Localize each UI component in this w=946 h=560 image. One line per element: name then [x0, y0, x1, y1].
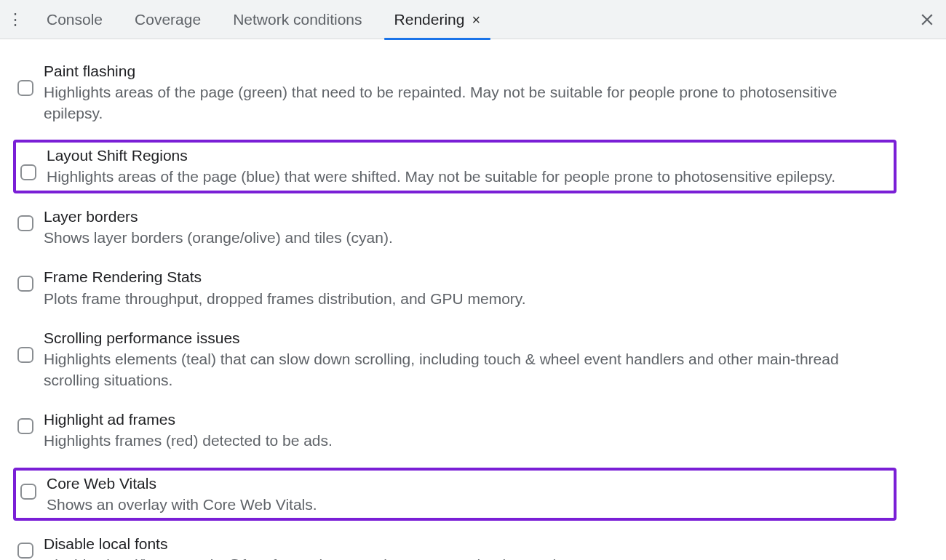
- option-body: Paint flashing Highlights areas of the p…: [44, 61, 881, 124]
- option-body: Disable local fonts Disables local() sou…: [44, 534, 567, 560]
- tab-rendering[interactable]: Rendering ×: [378, 0, 497, 39]
- tab-network-conditions-label: Network conditions: [233, 11, 362, 28]
- option-description: Highlights areas of the page (green) tha…: [44, 82, 881, 124]
- option-description: Disables local() sources in @font-face r…: [44, 555, 567, 560]
- checkbox-disable-local-fonts[interactable]: [17, 543, 33, 559]
- option-core-web-vitals: Core Web Vitals Shows an overlay with Co…: [13, 468, 897, 521]
- close-icon: [921, 13, 934, 26]
- option-scrolling-performance-issues: Scrolling performance issues Highlights …: [13, 325, 933, 393]
- tab-coverage[interactable]: Coverage: [119, 0, 217, 39]
- checkbox-core-web-vitals[interactable]: [20, 484, 36, 500]
- drawer-tabbar: ⋮ Console Coverage Network conditions Re…: [0, 0, 946, 39]
- option-disable-local-fonts: Disable local fonts Disables local() sou…: [13, 531, 933, 560]
- checkbox-layout-shift-regions[interactable]: [20, 164, 36, 180]
- tab-network-conditions[interactable]: Network conditions: [217, 0, 378, 39]
- option-body: Frame Rendering Stats Plots frame throug…: [44, 267, 526, 309]
- option-frame-rendering-stats: Frame Rendering Stats Plots frame throug…: [13, 264, 933, 312]
- option-body: Scrolling performance issues Highlights …: [44, 328, 881, 391]
- checkbox-highlight-ad-frames[interactable]: [17, 418, 33, 434]
- tab-rendering-close-icon[interactable]: ×: [472, 12, 480, 27]
- option-description: Shows an overlay with Core Web Vitals.: [47, 495, 317, 515]
- tab-coverage-label: Coverage: [135, 11, 201, 28]
- drawer-close-button[interactable]: [913, 5, 942, 34]
- option-description: Highlights frames (red) detected to be a…: [44, 431, 333, 451]
- option-title: Core Web Vitals: [47, 473, 317, 493]
- checkbox-scrolling-performance-issues[interactable]: [17, 347, 33, 363]
- option-description: Highlights areas of the page (blue) that…: [47, 167, 835, 187]
- rendering-panel: Paint flashing Highlights areas of the p…: [0, 39, 946, 560]
- checkbox-paint-flashing[interactable]: [17, 80, 33, 96]
- tab-console-label: Console: [47, 11, 103, 28]
- tab-console[interactable]: Console: [31, 0, 119, 39]
- option-layer-borders: Layer borders Shows layer borders (orang…: [13, 204, 933, 252]
- option-title: Highlight ad frames: [44, 409, 333, 429]
- option-title: Layer borders: [44, 207, 393, 226]
- option-description: Plots frame throughput, dropped frames d…: [44, 289, 526, 309]
- option-body: Core Web Vitals Shows an overlay with Co…: [47, 473, 317, 516]
- kebab-menu-icon[interactable]: ⋮: [4, 9, 26, 31]
- checkbox-layer-borders[interactable]: [17, 215, 33, 231]
- option-title: Layout Shift Regions: [47, 145, 835, 165]
- option-body: Highlight ad frames Highlights frames (r…: [44, 409, 333, 452]
- option-paint-flashing: Paint flashing Highlights areas of the p…: [13, 58, 933, 127]
- tab-rendering-label: Rendering: [394, 11, 465, 28]
- option-description: Shows layer borders (orange/olive) and t…: [44, 228, 393, 248]
- option-title: Scrolling performance issues: [44, 328, 881, 348]
- option-title: Frame Rendering Stats: [44, 267, 526, 287]
- option-description: Highlights elements (teal) that can slow…: [44, 349, 881, 391]
- option-body: Layout Shift Regions Highlights areas of…: [47, 145, 835, 188]
- option-body: Layer borders Shows layer borders (orang…: [44, 207, 393, 249]
- option-title: Paint flashing: [44, 61, 881, 81]
- option-title: Disable local fonts: [44, 534, 567, 553]
- option-highlight-ad-frames: Highlight ad frames Highlights frames (r…: [13, 407, 933, 455]
- option-layout-shift-regions: Layout Shift Regions Highlights areas of…: [13, 140, 897, 193]
- checkbox-frame-rendering-stats[interactable]: [17, 276, 33, 292]
